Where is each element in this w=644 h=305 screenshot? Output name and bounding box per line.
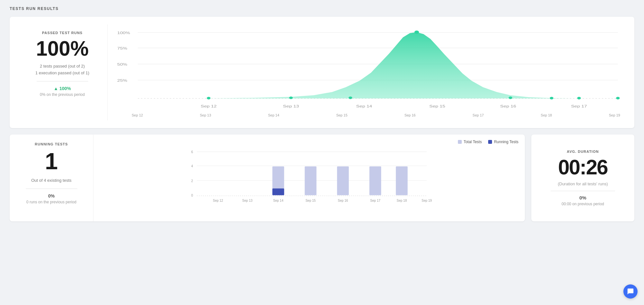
svg-text:Sep 16: Sep 16 xyxy=(500,104,516,108)
bar-sep18-total xyxy=(396,166,408,195)
svg-text:Sep 12: Sep 12 xyxy=(201,104,216,108)
peak-dot xyxy=(414,31,419,34)
svg-text:4: 4 xyxy=(191,164,193,168)
baseline-dot-5 xyxy=(550,97,553,99)
bottom-row: RUNNING TESTS 1 Out of 4 existing tests … xyxy=(10,134,634,221)
passed-test-runs-card: PASSED TEST RUNS 100% 2 tests passed (ou… xyxy=(10,17,634,128)
svg-text:Sep 17: Sep 17 xyxy=(571,104,587,108)
page-title: TESTS RUN RESULTS xyxy=(10,6,634,11)
x-label-sep13: Sep 13 xyxy=(200,113,211,117)
svg-text:Sep 14: Sep 14 xyxy=(356,104,372,108)
svg-text:Sep 13: Sep 13 xyxy=(242,199,252,202)
svg-text:Sep 18: Sep 18 xyxy=(397,199,407,202)
legend-total-label: Total Tests xyxy=(464,140,482,144)
svg-text:Sep 14: Sep 14 xyxy=(273,199,283,202)
passed-value: 100% xyxy=(36,37,89,60)
chart-legend: Total Tests Running Tests xyxy=(100,140,518,144)
avg-change: 0% xyxy=(579,195,586,200)
legend-running-color xyxy=(488,140,492,144)
baseline-dot-3 xyxy=(349,97,352,99)
avg-value: 00:26 xyxy=(558,156,608,179)
svg-text:Sep 16: Sep 16 xyxy=(338,199,348,202)
x-label-sep17: Sep 17 xyxy=(473,113,484,117)
bell-curve-fill xyxy=(138,32,618,98)
baseline-dot-2 xyxy=(289,97,293,99)
running-sub: Out of 4 existing tests xyxy=(31,177,71,184)
svg-text:6: 6 xyxy=(191,150,193,154)
legend-running-label: Running Tests xyxy=(494,140,518,144)
legend-total-color xyxy=(458,140,462,144)
up-arrow-icon: ▲ xyxy=(54,86,58,91)
svg-text:Sep 19: Sep 19 xyxy=(421,199,432,202)
running-chart-svg: 6 4 2 0 xyxy=(100,147,518,215)
svg-text:Sep 15: Sep 15 xyxy=(429,104,445,108)
svg-text:Sep 17: Sep 17 xyxy=(370,199,381,202)
chat-icon xyxy=(627,288,634,295)
avg-sub: (Duration for all tests' runs) xyxy=(558,181,608,186)
x-label-sep19: Sep 19 xyxy=(609,113,620,117)
svg-text:Sep 12: Sep 12 xyxy=(213,199,223,202)
baseline-dot-7 xyxy=(616,97,620,99)
bar-sep16-total xyxy=(337,166,349,195)
x-label-sep12: Sep 12 xyxy=(132,113,143,117)
svg-text:100%: 100% xyxy=(117,31,130,35)
svg-text:Sep 15: Sep 15 xyxy=(306,199,316,202)
passed-chart-area: 100% 75% 50% 25% xyxy=(108,24,627,120)
chat-bubble-button[interactable] xyxy=(623,284,638,299)
svg-text:Sep 13: Sep 13 xyxy=(283,104,299,108)
running-tests-card: RUNNING TESTS 1 Out of 4 existing tests … xyxy=(10,134,525,221)
baseline-dot-6 xyxy=(577,97,581,99)
running-value: 1 xyxy=(45,149,58,174)
bar-sep17-total xyxy=(369,166,381,195)
passed-stat-panel: PASSED TEST RUNS 100% 2 tests passed (ou… xyxy=(17,24,108,120)
running-label: RUNNING TESTS xyxy=(35,142,68,146)
x-label-sep14: Sep 14 xyxy=(268,113,279,117)
svg-text:75%: 75% xyxy=(117,46,127,50)
x-label-sep15: Sep 15 xyxy=(336,113,347,117)
passed-change: ▲ 100% xyxy=(54,86,71,91)
passed-label: PASSED TEST RUNS xyxy=(42,31,83,35)
svg-text:2: 2 xyxy=(191,179,193,183)
svg-text:50%: 50% xyxy=(117,62,127,66)
passed-sub2: 1 execution passed (out of 1) xyxy=(35,70,90,77)
svg-text:0: 0 xyxy=(191,194,193,197)
passed-chart-svg: 100% 75% 50% 25% xyxy=(117,28,620,118)
legend-total: Total Tests xyxy=(458,140,482,144)
bar-sep14-running xyxy=(272,189,284,195)
svg-text:25%: 25% xyxy=(117,79,127,82)
avg-duration-card: AVG. DURATION 00:26 (Duration for all te… xyxy=(531,134,634,221)
passed-sub1: 2 tests passed (out of 2) xyxy=(40,63,85,70)
baseline-dot-1 xyxy=(207,97,210,99)
x-label-sep18: Sep 18 xyxy=(541,113,552,117)
baseline-dot-4 xyxy=(509,97,512,99)
avg-label: AVG. DURATION xyxy=(567,150,599,153)
running-change: 0% xyxy=(48,193,54,199)
running-divider xyxy=(26,189,77,189)
avg-divider xyxy=(551,191,615,191)
avg-prev: 00:00 on previous period xyxy=(562,202,604,206)
running-chart-area: Total Tests Running Tests 6 4 2 0 xyxy=(93,134,525,221)
legend-running: Running Tests xyxy=(488,140,518,144)
running-stat-panel: RUNNING TESTS 1 Out of 4 existing tests … xyxy=(10,134,93,221)
passed-divider xyxy=(37,81,88,81)
passed-prev: 0% on the previous period xyxy=(40,92,85,97)
x-label-sep16: Sep 16 xyxy=(404,113,416,117)
running-prev: 0 runs on the previous period xyxy=(26,200,76,204)
bar-sep15-total xyxy=(305,166,317,195)
